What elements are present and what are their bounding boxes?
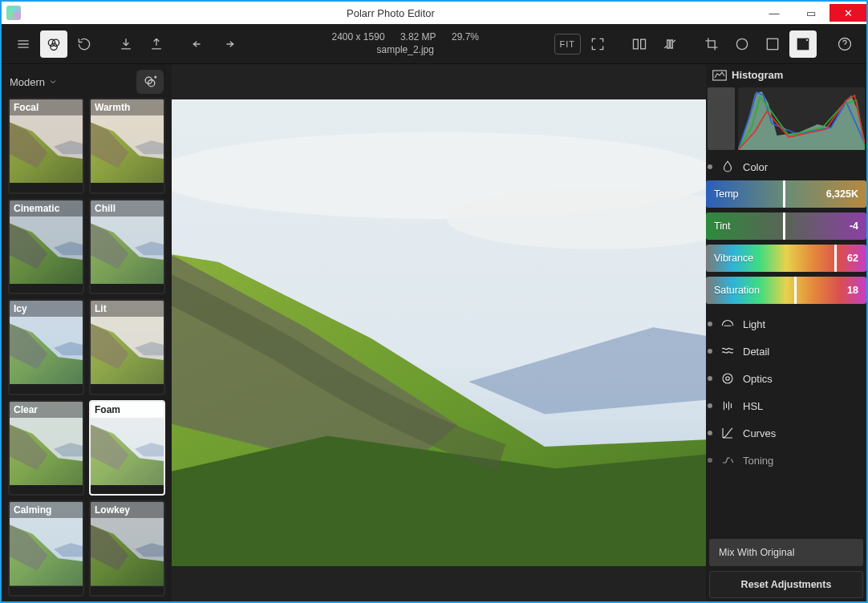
section-curves[interactable]: Curves bbox=[706, 419, 866, 447]
maximize-button[interactable]: ▭ bbox=[793, 4, 829, 22]
sun-icon bbox=[720, 317, 735, 331]
slider-label: Vibrance bbox=[714, 245, 753, 272]
image-filename: sample_2.jpg bbox=[257, 44, 554, 57]
filter-label: Warmth bbox=[91, 99, 164, 115]
histogram-preview bbox=[708, 87, 735, 150]
fullscreen-button[interactable] bbox=[584, 30, 611, 58]
slider-value: 62 bbox=[847, 245, 858, 272]
section-detail[interactable]: Detail bbox=[706, 338, 866, 365]
droplet-icon bbox=[720, 160, 735, 174]
filter-card-chill[interactable]: Chill bbox=[89, 199, 165, 295]
import-button[interactable] bbox=[112, 30, 140, 58]
minimize-button[interactable]: — bbox=[756, 4, 793, 22]
filter-label: Lowkey bbox=[91, 502, 164, 518]
filters-panel: Modern FocalWarmthCinematicChillIcyLitCl… bbox=[2, 64, 172, 601]
slider-handle[interactable] bbox=[794, 277, 797, 304]
canvas-area[interactable] bbox=[172, 64, 706, 601]
help-button[interactable] bbox=[831, 30, 858, 58]
histogram-chart bbox=[738, 87, 865, 150]
slider-label: Saturation bbox=[714, 277, 760, 304]
slider-value: 6,325K bbox=[826, 180, 858, 208]
filter-card-lit[interactable]: Lit bbox=[89, 299, 165, 395]
svg-rect-3 bbox=[634, 39, 639, 49]
filter-label: Focal bbox=[10, 99, 83, 115]
before-after-button[interactable] bbox=[656, 30, 683, 58]
filter-card-lowkey[interactable]: Lowkey bbox=[89, 500, 165, 597]
titlebar: Polarr Photo Editor — ▭ ✕ bbox=[2, 2, 866, 24]
image-megapixels: 3.82 MP bbox=[400, 31, 436, 42]
slider-handle[interactable] bbox=[834, 245, 837, 272]
filter-category-label: Modern bbox=[10, 76, 45, 88]
gradient-button[interactable] bbox=[759, 30, 786, 58]
reset-adjustments-button[interactable]: Reset Adjustments bbox=[709, 571, 863, 598]
section-hsl[interactable]: HSL bbox=[706, 392, 866, 419]
filter-card-cinematic[interactable]: Cinematic bbox=[8, 199, 84, 295]
image-info: 2400 x 1590 3.82 MP 29.7% sample_2.jpg bbox=[257, 31, 554, 56]
filter-label: Foam bbox=[91, 402, 164, 418]
slider-value: -4 bbox=[850, 212, 858, 240]
svg-point-8 bbox=[805, 38, 808, 41]
crop-button[interactable] bbox=[698, 30, 725, 58]
filter-label: Clear bbox=[10, 402, 83, 418]
histogram-label: Histogram bbox=[732, 69, 783, 81]
filter-card-foam[interactable]: Foam bbox=[89, 400, 165, 496]
filter-card-calming[interactable]: Calming bbox=[8, 500, 84, 597]
add-filter-button[interactable] bbox=[136, 70, 164, 94]
window-title: Polarr Photo Editor bbox=[26, 7, 756, 19]
app-icon bbox=[6, 6, 21, 20]
filter-label: Cinematic bbox=[10, 200, 83, 217]
undo-button[interactable] bbox=[185, 30, 212, 58]
slider-handle[interactable] bbox=[783, 180, 785, 208]
filter-label: Chill bbox=[91, 200, 164, 217]
compare-button[interactable] bbox=[626, 30, 653, 58]
slider-saturation[interactable]: Saturation18 bbox=[706, 277, 866, 304]
menu-button[interactable] bbox=[10, 30, 37, 58]
filter-card-icy[interactable]: Icy bbox=[8, 299, 84, 395]
redo-button[interactable] bbox=[215, 30, 242, 58]
curves-icon bbox=[720, 426, 735, 440]
histogram-icon bbox=[712, 70, 727, 81]
hsl-icon bbox=[720, 399, 735, 413]
svg-point-37 bbox=[726, 377, 730, 381]
close-button[interactable]: ✕ bbox=[829, 4, 866, 22]
filter-card-clear[interactable]: Clear bbox=[8, 400, 84, 496]
history-button[interactable] bbox=[71, 30, 98, 58]
section-light[interactable]: Light bbox=[706, 310, 866, 338]
slider-value: 18 bbox=[847, 277, 858, 304]
svg-rect-6 bbox=[767, 38, 777, 49]
filter-label: Calming bbox=[10, 502, 83, 518]
svg-point-36 bbox=[723, 374, 732, 383]
image-dimensions: 2400 x 1590 bbox=[332, 31, 385, 42]
filter-card-warmth[interactable]: Warmth bbox=[89, 98, 165, 194]
image-zoom: 29.7% bbox=[452, 31, 479, 42]
main-image bbox=[172, 99, 706, 566]
chevron-down-icon bbox=[48, 77, 58, 87]
toolbar: 2400 x 1590 3.82 MP 29.7% sample_2.jpg F… bbox=[2, 24, 866, 64]
dot-icon bbox=[708, 164, 712, 169]
section-toning[interactable]: Toning bbox=[706, 447, 866, 474]
optics-icon bbox=[720, 371, 735, 386]
slider-handle[interactable] bbox=[783, 212, 785, 240]
slider-tint[interactable]: Tint-4 bbox=[706, 212, 866, 240]
slider-label: Tint bbox=[714, 212, 730, 240]
filter-category-dropdown[interactable]: Modern bbox=[10, 76, 58, 88]
filters-button[interactable] bbox=[40, 30, 67, 58]
filter-label: Icy bbox=[10, 301, 83, 317]
export-button[interactable] bbox=[143, 30, 170, 58]
fit-button[interactable]: FIT bbox=[554, 34, 582, 55]
brush-mask-button[interactable] bbox=[789, 30, 817, 58]
adjustments-panel: Histogram Co bbox=[706, 64, 866, 601]
slider-temp[interactable]: Temp6,325K bbox=[706, 180, 866, 208]
section-color[interactable]: Color bbox=[706, 153, 866, 180]
histogram[interactable] bbox=[708, 87, 865, 150]
mix-with-original-button[interactable]: Mix With Original bbox=[709, 539, 863, 566]
svg-point-5 bbox=[736, 38, 747, 49]
toning-icon bbox=[720, 453, 735, 467]
section-optics[interactable]: Optics bbox=[706, 365, 866, 392]
svg-rect-4 bbox=[641, 39, 646, 49]
radial-button[interactable] bbox=[728, 30, 756, 58]
filter-card-focal[interactable]: Focal bbox=[8, 98, 84, 194]
slider-vibrance[interactable]: Vibrance62 bbox=[706, 245, 866, 272]
filter-label: Lit bbox=[91, 301, 164, 317]
svg-point-1 bbox=[52, 39, 59, 46]
